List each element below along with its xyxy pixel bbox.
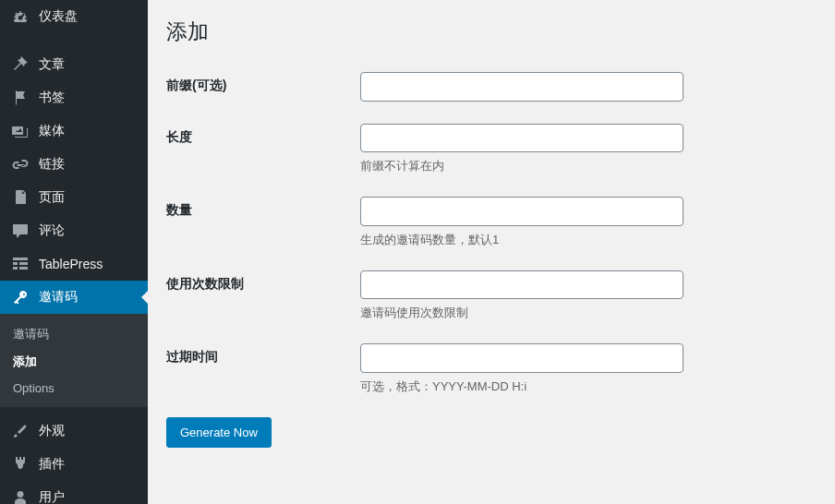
form-row-length: 长度 前缀不计算在内 — [166, 124, 817, 175]
sidebar-item-dashboard[interactable]: 仪表盘 — [0, 0, 148, 33]
media-icon — [11, 122, 30, 140]
sidebar-item-posts[interactable]: 文章 — [0, 48, 148, 81]
sidebar-item-label: 链接 — [39, 156, 65, 173]
page-icon — [11, 188, 30, 207]
key-icon — [11, 288, 30, 306]
plugin-icon — [11, 455, 30, 474]
user-icon — [11, 488, 30, 504]
usage-limit-description: 邀请码使用次数限制 — [360, 305, 817, 321]
expiry-input[interactable] — [360, 343, 684, 373]
page-title: 添加 — [166, 9, 817, 50]
sidebar-submenu: 邀请码 添加 Options — [0, 314, 148, 407]
main-content: 添加 前缀(可选) 长度 前缀不计算在内 数量 生成的邀请码数量，默认1 使用次… — [148, 0, 835, 504]
sidebar-item-label: 评论 — [39, 222, 65, 239]
sidebar-item-tablepress[interactable]: TablePress — [0, 247, 148, 281]
form-row-usage-limit: 使用次数限制 邀请码使用次数限制 — [166, 270, 817, 322]
submenu-item-options[interactable]: Options — [0, 376, 148, 401]
usage-limit-input[interactable] — [360, 270, 684, 300]
length-description: 前缀不计算在内 — [360, 158, 817, 174]
sidebar-item-pages[interactable]: 页面 — [0, 181, 148, 214]
sidebar-item-links[interactable]: 链接 — [0, 148, 148, 181]
usage-limit-label: 使用次数限制 — [166, 270, 360, 293]
sidebar-item-label: 仪表盘 — [39, 8, 78, 25]
sidebar-item-bookmarks[interactable]: 书签 — [0, 81, 148, 114]
sidebar-item-users[interactable]: 用户 — [0, 481, 148, 504]
sidebar-item-label: 页面 — [39, 189, 65, 206]
expiry-label: 过期时间 — [166, 343, 360, 366]
table-icon — [11, 255, 30, 273]
sidebar-item-label: 书签 — [39, 90, 65, 106]
sidebar-item-label: 插件 — [39, 456, 65, 473]
prefix-label: 前缀(可选) — [166, 72, 360, 94]
length-input[interactable] — [360, 124, 684, 153]
quantity-label: 数量 — [166, 197, 360, 219]
flag-icon — [11, 89, 30, 107]
sidebar-item-comments[interactable]: 评论 — [0, 214, 148, 247]
prefix-input[interactable] — [360, 72, 684, 102]
length-label: 长度 — [166, 124, 360, 146]
admin-sidebar: 仪表盘 文章 书签 媒体 链接 页面 评论 TablePress 邀请码 邀请码… — [0, 0, 148, 504]
quantity-input[interactable] — [360, 197, 684, 226]
sidebar-item-label: 媒体 — [39, 123, 65, 139]
dashboard-icon — [11, 7, 30, 26]
brush-icon — [11, 422, 30, 440]
sidebar-item-invite-codes[interactable]: 邀请码 — [0, 281, 148, 314]
submenu-item-invite-codes[interactable]: 邀请码 — [0, 320, 148, 348]
generate-now-button[interactable]: Generate Now — [166, 417, 272, 449]
form-row-quantity: 数量 生成的邀请码数量，默认1 — [166, 197, 817, 248]
sidebar-item-label: TablePress — [39, 257, 103, 271]
form-row-prefix: 前缀(可选) — [166, 72, 817, 102]
quantity-description: 生成的邀请码数量，默认1 — [360, 232, 817, 248]
sidebar-item-label: 文章 — [39, 56, 65, 73]
sidebar-item-media[interactable]: 媒体 — [0, 114, 148, 148]
sidebar-item-appearance[interactable]: 外观 — [0, 414, 148, 448]
pin-icon — [11, 55, 30, 74]
submenu-item-add[interactable]: 添加 — [0, 348, 148, 376]
comment-icon — [11, 222, 30, 240]
link-icon — [11, 155, 30, 174]
form-row-expiry: 过期时间 可选，格式：YYYY-MM-DD H:i — [166, 343, 817, 395]
sidebar-item-plugins[interactable]: 插件 — [0, 448, 148, 481]
sidebar-item-label: 用户 — [39, 489, 65, 504]
sidebar-item-label: 外观 — [39, 423, 65, 439]
expiry-description: 可选，格式：YYYY-MM-DD H:i — [360, 378, 817, 395]
sidebar-item-label: 邀请码 — [39, 289, 78, 306]
